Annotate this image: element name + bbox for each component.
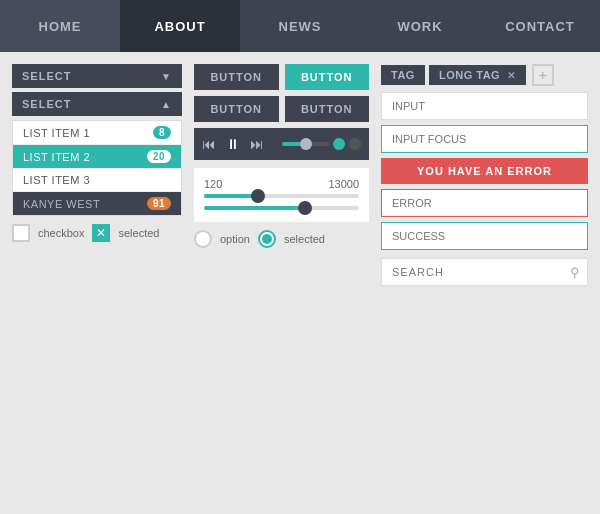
radio-inner <box>262 234 272 244</box>
tag-add-button[interactable]: + <box>532 64 554 86</box>
middle-column: BUTTON BUTTON BUTTON BUTTON ⏮ ⏸ ⏭ 120 1 <box>194 64 369 502</box>
slider-val-1: 120 <box>204 178 222 190</box>
tag-2: LONG TAG ✕ <box>429 65 526 85</box>
search-box: ⚲ <box>381 258 588 286</box>
radio-selected-label: selected <box>284 233 325 245</box>
play-button[interactable]: ⏸ <box>226 136 240 152</box>
prev-button[interactable]: ⏮ <box>202 136 216 152</box>
button-4[interactable]: BUTTON <box>285 96 370 122</box>
list-container: LIST ITEM 1 8 LIST ITEM 2 20 LIST ITEM 3… <box>12 120 182 216</box>
nav-item-contact[interactable]: CONTACT <box>480 0 600 52</box>
slider-thumb-1[interactable] <box>251 189 265 203</box>
badge-kanye: 91 <box>147 197 171 210</box>
error-field[interactable] <box>381 189 588 217</box>
right-column: TAG LONG TAG ✕ + YOU HAVE AN ERROR ⚲ <box>381 64 588 502</box>
search-icon: ⚲ <box>570 265 580 280</box>
slider-track-1[interactable] <box>204 194 359 198</box>
error-button[interactable]: YOU HAVE AN ERROR <box>381 158 588 184</box>
success-field[interactable] <box>381 222 588 250</box>
dropdown-arrow-2: ▲ <box>161 99 172 110</box>
media-player: ⏮ ⏸ ⏭ <box>194 128 369 160</box>
left-column: SELECT ▼ SELECT ▲ LIST ITEM 1 8 LIST ITE… <box>12 64 182 502</box>
main-nav: HOMEABOUTNEWSWORKCONTACT <box>0 0 600 52</box>
radio-unselected[interactable] <box>194 230 212 248</box>
button-row-1: BUTTON BUTTON <box>194 64 369 90</box>
badge-1: 8 <box>153 126 171 139</box>
slider-thumb-2[interactable] <box>298 201 312 215</box>
slider-fill-1 <box>204 194 258 198</box>
select-dropdown-2[interactable]: SELECT ▲ <box>12 92 182 116</box>
checkbox-label: checkbox <box>38 227 84 239</box>
button-2[interactable]: BUTTON <box>285 64 370 90</box>
select-dropdown-1[interactable]: SELECT ▼ <box>12 64 182 88</box>
slider-labels-1: 120 13000 <box>204 178 359 190</box>
next-button[interactable]: ⏭ <box>250 136 264 152</box>
nav-item-home[interactable]: HOME <box>0 0 120 52</box>
slider-fill-2 <box>204 206 305 210</box>
button-row-2: BUTTON BUTTON <box>194 96 369 122</box>
slider-container: 120 13000 <box>194 168 369 222</box>
selected-label: selected <box>118 227 159 239</box>
tag-row: TAG LONG TAG ✕ + <box>381 64 588 86</box>
content-row1: SELECT ▼ SELECT ▲ LIST ITEM 1 8 LIST ITE… <box>0 52 600 514</box>
slider-val-2: 13000 <box>328 178 359 190</box>
list-item-3[interactable]: LIST ITEM 3 <box>13 169 181 192</box>
radio-selected[interactable] <box>258 230 276 248</box>
input-field[interactable] <box>381 92 588 120</box>
list-item-kanye[interactable]: KANYE WEST 91 <box>13 192 181 215</box>
checkbox-row: checkbox ✕ selected <box>12 224 182 242</box>
search-input[interactable] <box>381 258 588 286</box>
checkbox-checked[interactable]: ✕ <box>92 224 110 242</box>
button-1[interactable]: BUTTON <box>194 64 279 90</box>
nav-item-news[interactable]: NEWS <box>240 0 360 52</box>
nav-item-about[interactable]: ABOUT <box>120 0 240 52</box>
dropdown-arrow-1: ▼ <box>161 71 172 82</box>
list-item-2[interactable]: LIST ITEM 2 20 <box>13 145 181 169</box>
radio-row: option selected <box>194 230 369 248</box>
tag-close[interactable]: ✕ <box>507 70 516 81</box>
button-3[interactable]: BUTTON <box>194 96 279 122</box>
input-focus-field[interactable] <box>381 125 588 153</box>
select-label-2: SELECT <box>22 98 71 110</box>
option-label: option <box>220 233 250 245</box>
checkbox-unchecked[interactable] <box>12 224 30 242</box>
slider-track-2[interactable] <box>204 206 359 210</box>
badge-2: 20 <box>147 150 171 163</box>
tag-1: TAG <box>381 65 425 85</box>
list-item-1[interactable]: LIST ITEM 1 8 <box>13 121 181 145</box>
nav-item-work[interactable]: WORK <box>360 0 480 52</box>
select-label-1: SELECT <box>22 70 71 82</box>
